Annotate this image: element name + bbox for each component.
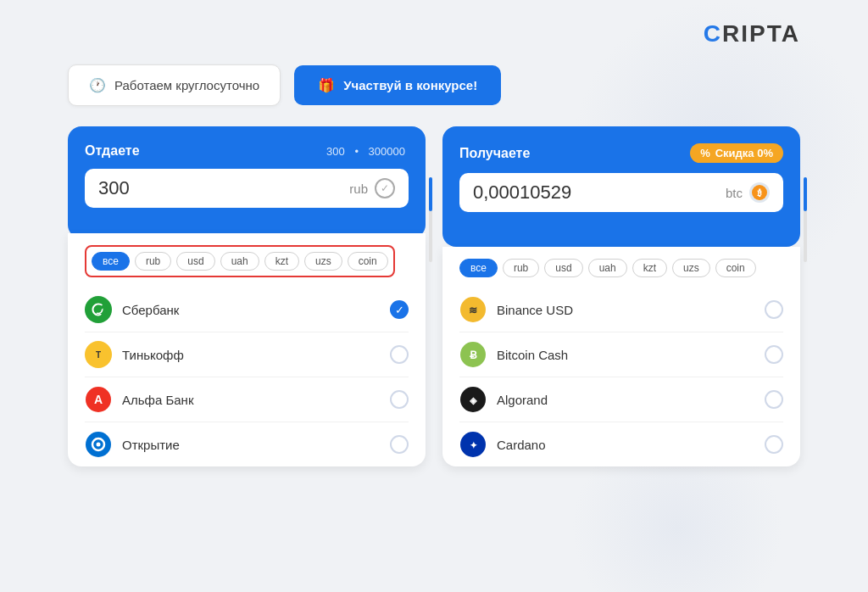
svg-text:✦: ✦ [470,440,477,450]
left-currency-item-alfa[interactable]: А Альфа Банк [85,377,409,422]
right-currency-item-cardano[interactable]: ✦ Cardano [459,422,783,466]
tinkoff-name: Тинькофф [122,348,380,362]
gift-icon: 🎁 [318,77,335,93]
right-filter-uzs[interactable]: uzs [672,259,710,277]
right-scrollbar[interactable] [804,177,807,262]
left-filter-tabs-bordered: все rub usd uah kzt uzs coin [85,245,395,277]
working-hours-button[interactable]: 🕐 Работаем круглосуточно [68,64,281,106]
left-currency-item-sberbank[interactable]: Сбербанк [85,288,409,332]
sberbank-radio[interactable] [390,300,409,319]
right-scrollbar-thumb [804,177,807,211]
svg-text:Ƀ: Ƀ [470,349,477,361]
clock-icon: 🕐 [89,77,106,93]
contest-label: Участвуй в конкурсе! [343,78,477,92]
left-amount-input[interactable] [98,177,349,199]
left-currency-text: rub [349,182,368,196]
right-currency-text: btc [726,186,743,200]
left-filter-все[interactable]: все [92,252,130,271]
range-max: 300000 [369,145,405,158]
left-currency-label: rub ✓ [349,178,395,198]
right-filter-usd[interactable]: usd [544,259,582,277]
alfa-radio[interactable] [390,390,409,409]
left-filter-uzs[interactable]: uzs [304,252,342,271]
range-sep: • [354,145,359,158]
svg-text:≋: ≋ [469,304,477,316]
exchange-area: Отдаете 300 • 300000 rub ✓ все r [0,126,868,466]
right-currency-label: btc ₿ [726,182,770,203]
right-filter-area: все rub usd uah kzt uzs coin ≋ Binance U… [442,247,800,466]
left-currency-list: Сбербанк T Тинькофф А Альфа Банк [85,288,409,466]
cardano-radio[interactable] [765,435,783,454]
left-check-icon: ✓ [375,178,395,198]
left-panel: Отдаете 300 • 300000 rub ✓ [68,126,426,238]
right-filter-kzt[interactable]: kzt [632,259,667,277]
bch-icon: Ƀ [459,341,487,368]
right-currency-item-algo[interactable]: ◈ Algorand [459,377,783,422]
left-currency-item-tinkoff[interactable]: T Тинькофф [85,332,409,377]
right-currency-item-binance[interactable]: ≋ Binance USD [459,288,783,332]
left-section: Отдаете 300 • 300000 rub ✓ все r [68,126,426,466]
binance-name: Binance USD [497,303,754,317]
right-filter-coin[interactable]: coin [715,259,756,277]
right-panel: Получаете % Скидка 0% btc ₿ [442,126,800,247]
left-panel-title: Отдаете [85,143,140,159]
left-filter-kzt[interactable]: kzt [264,252,299,271]
right-amount-input[interactable] [473,182,726,204]
btc-icon: ₿ [749,182,770,203]
algo-radio[interactable] [765,390,783,409]
contest-button[interactable]: 🎁 Участвуй в конкурсе! [294,65,501,105]
right-panel-header: Получаете % Скидка 0% [459,143,783,163]
bch-name: Bitcoin Cash [497,348,754,362]
svg-text:А: А [94,393,103,406]
left-filter-tabs-wrapper: все rub usd uah kzt uzs coin [85,245,409,277]
bch-radio[interactable] [765,345,783,364]
left-panel-range: 300 • 300000 [323,145,409,158]
otkrytie-radio[interactable] [390,435,409,454]
left-filter-usd[interactable]: usd [176,252,214,271]
svg-point-7 [97,443,101,447]
cardano-icon: ✦ [459,431,487,458]
working-hours-label: Работаем круглосуточно [114,78,259,92]
right-input-row: btc ₿ [459,173,783,212]
logo-text: RIPTA [722,20,800,47]
left-filter-coin[interactable]: coin [348,252,388,271]
range-min: 300 [326,145,345,158]
left-filter-rub[interactable]: rub [135,252,171,271]
right-filter-rub[interactable]: rub [503,259,539,277]
right-currency-item-bch[interactable]: Ƀ Bitcoin Cash [459,332,783,377]
right-filter-tabs: все rub usd uah kzt uzs coin [459,259,783,277]
sberbank-name: Сбербанк [122,303,380,317]
otkrytie-name: Открытие [122,438,380,452]
left-currency-item-otkrytie[interactable]: Открытие [85,422,409,466]
tinkoff-icon: T [85,341,112,368]
left-filter-area: все rub usd uah kzt uzs coin Сбербанк [68,233,426,466]
left-panel-header: Отдаете 300 • 300000 [85,143,409,159]
sberbank-icon [85,296,112,323]
logo-c: C [704,20,722,47]
left-scrollbar[interactable] [429,177,432,262]
discount-label: Скидка 0% [715,147,773,159]
discount-percent-icon: % [700,147,710,159]
algo-icon: ◈ [459,386,487,413]
discount-badge: % Скидка 0% [690,143,783,163]
svg-text:T: T [96,350,101,360]
binance-radio[interactable] [765,300,783,319]
tinkoff-radio[interactable] [390,345,409,364]
right-panel-title: Получаете [459,146,530,161]
logo: CRIPTA [704,20,800,47]
cardano-name: Cardano [497,438,754,452]
binance-icon: ≋ [459,296,487,323]
otkrytie-icon [85,431,112,458]
right-section: Получаете % Скидка 0% btc ₿ все [442,126,800,466]
right-filter-uah[interactable]: uah [588,259,627,277]
left-filter-uah[interactable]: uah [220,252,259,271]
algo-name: Algorand [497,393,754,407]
left-scrollbar-thumb [429,177,432,211]
right-currency-list: ≋ Binance USD Ƀ Bitcoin Cash ◈ [459,288,783,466]
alfa-name: Альфа Банк [122,393,380,407]
svg-text:₿: ₿ [757,188,762,198]
right-filter-все[interactable]: все [459,259,498,277]
svg-text:◈: ◈ [469,395,477,405]
header: CRIPTA [0,0,868,56]
alfa-icon: А [85,386,112,413]
